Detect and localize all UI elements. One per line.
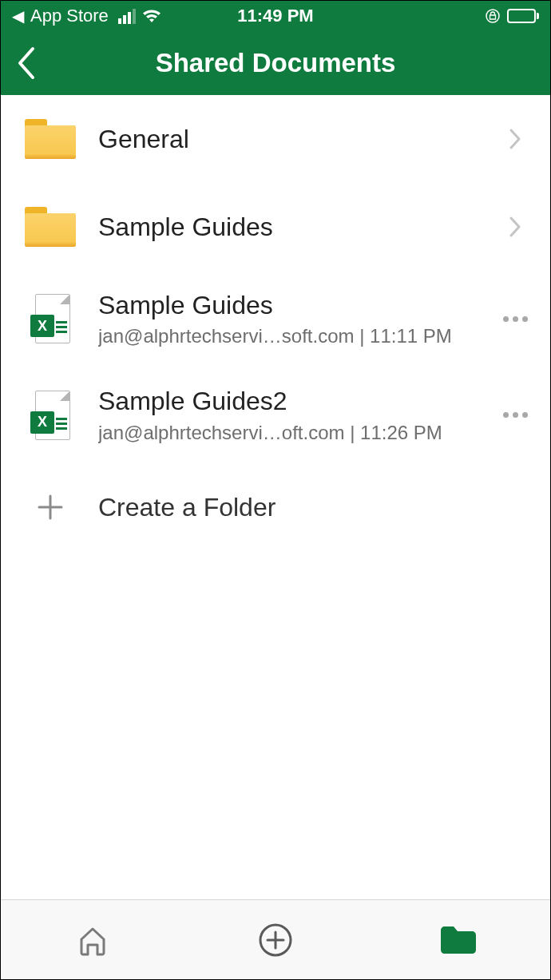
item-title: Sample Guides: [98, 212, 499, 242]
more-icon: [503, 412, 528, 418]
folder-item-general[interactable]: General: [1, 95, 550, 183]
folder-icon: [25, 203, 76, 251]
excel-file-icon: X: [25, 295, 76, 343]
app-header: Shared Documents: [1, 31, 550, 95]
chevron-right-icon: [499, 216, 531, 238]
battery-icon: [507, 9, 539, 23]
rotation-lock-icon: [485, 8, 501, 24]
page-title: Shared Documents: [156, 48, 396, 78]
chevron-left-icon: [15, 46, 36, 81]
item-title: General: [98, 124, 499, 154]
tab-new[interactable]: [184, 900, 367, 979]
create-folder-button[interactable]: Create a Folder: [1, 463, 550, 551]
chevron-right-icon: [499, 128, 531, 150]
plus-icon: [25, 483, 76, 531]
file-item-sample-guides[interactable]: X Sample Guides jan@alphrtechservi…soft.…: [1, 271, 550, 367]
more-icon: [503, 316, 528, 322]
more-actions-button[interactable]: [499, 412, 531, 418]
wifi-icon: [142, 9, 161, 23]
status-bar-right: [485, 8, 539, 24]
back-button[interactable]: [15, 47, 47, 79]
create-folder-label: Create a Folder: [98, 492, 531, 522]
tab-files[interactable]: [367, 900, 550, 979]
file-list: General Sample Guides: [1, 95, 550, 899]
item-title: Sample Guides2: [98, 386, 499, 416]
back-to-app-label[interactable]: App Store: [30, 6, 109, 26]
more-actions-button[interactable]: [499, 316, 531, 322]
status-bar-time: 11:49 PM: [237, 6, 313, 26]
item-subtitle: jan@alphrtechservi…oft.com | 11:26 PM: [98, 422, 499, 444]
status-bar-left: ◀ App Store: [12, 6, 161, 26]
back-to-app-icon[interactable]: ◀: [12, 6, 24, 26]
tab-bar: [1, 899, 550, 979]
signal-icon: [118, 9, 136, 24]
item-subtitle: jan@alphrtechservi…soft.com | 11:11 PM: [98, 325, 499, 347]
home-icon: [73, 921, 112, 959]
folder-item-sample-guides[interactable]: Sample Guides: [1, 183, 550, 271]
tab-home[interactable]: [1, 900, 184, 979]
status-bar: ◀ App Store 11:49 PM: [1, 1, 550, 31]
file-item-sample-guides2[interactable]: X Sample Guides2 jan@alphrtechservi…oft.…: [1, 367, 550, 462]
item-title: Sample Guides: [98, 290, 499, 320]
folder-icon: [25, 115, 76, 163]
excel-file-icon: X: [25, 391, 76, 439]
folder-filled-icon: [438, 922, 479, 958]
add-circle-icon: [256, 921, 295, 959]
